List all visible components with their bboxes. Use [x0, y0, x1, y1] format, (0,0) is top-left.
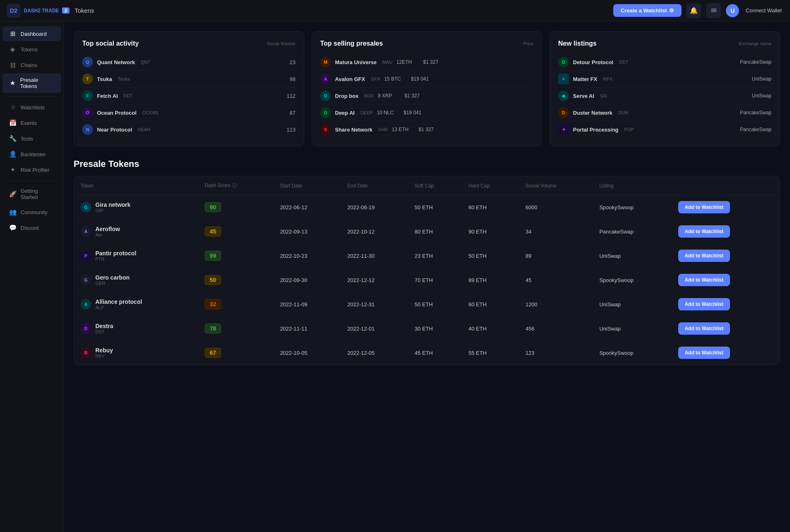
cell-action-6[interactable]: Add to Watchlist [672, 341, 780, 365]
score-badge-1: 45 [205, 227, 221, 236]
score-badge-0: 90 [205, 202, 221, 212]
sidebar-item-events[interactable]: 📅 Events [2, 116, 61, 130]
connect-wallet-button[interactable]: Connect Wallet [744, 7, 783, 14]
presale-icon: ★ [9, 79, 16, 87]
discord-icon: 💬 [9, 224, 16, 231]
qnt-name: Quant Network [97, 59, 135, 65]
sidebar-item-watchlists[interactable]: ☆ Watchlists [2, 100, 61, 115]
cell-hard-0: 60 ETH [462, 195, 519, 220]
pop-name: Portal Processing [573, 127, 619, 133]
sidebar-item-risk-profiler[interactable]: ✦ Risk Profiler [2, 162, 61, 177]
cell-social-2: 89 [519, 244, 593, 268]
cell-token-3: G Gero carbon GER [74, 268, 198, 292]
cell-token-4: A Alliance protocol ALP [74, 292, 198, 317]
row-name-1: Aeroflow [95, 226, 120, 232]
mau-logo: M [320, 57, 331, 67]
cell-social-5: 456 [519, 317, 593, 341]
gfx-ticker: GFX [371, 76, 380, 81]
cell-action-4[interactable]: Add to Watchlist [672, 292, 780, 317]
cell-action-3[interactable]: Add to Watchlist [672, 268, 780, 292]
sidebar: ⊞ Dashboard ◈ Tokens ⛓ Chains ★ Presale … [0, 21, 64, 532]
row-ticker-4: ALP [95, 305, 142, 310]
table-row-4: A Alliance protocol ALP 32 2022-11-09 20… [74, 292, 780, 317]
cell-social-6: 123 [519, 341, 593, 365]
tools-icon: 🔧 [9, 135, 16, 142]
mau-price: $1 327 [423, 59, 439, 65]
sidebar-item-tokens[interactable]: ◈ Tokens [2, 42, 61, 57]
sidebar-item-tools[interactable]: 🔧 Tools [2, 131, 61, 146]
cell-end-4: 2022-12-31 [341, 292, 408, 317]
sidebar-item-backtester[interactable]: 👤 Backtester [2, 147, 61, 162]
near-value: 113 [286, 127, 296, 133]
avatar[interactable]: U [726, 4, 739, 17]
cell-end-2: 2022-11-30 [341, 244, 408, 268]
presale-row-2: D Drop box BOX 8 XRP $1 327 [320, 88, 534, 104]
sidebar-item-dashboard[interactable]: ⊞ Dashboard [2, 26, 61, 41]
qnt-ticker: QNT [141, 60, 150, 65]
create-watchlist-button[interactable]: Create a Watchlist ⚙ [613, 4, 681, 17]
cell-end-5: 2022-12-01 [341, 317, 408, 341]
logo-wrap: D2 DASH2 TRADE β [7, 4, 69, 18]
row-logo-3: G [81, 275, 91, 285]
cell-start-3: 2022-09-30 [273, 268, 341, 292]
cell-start-0: 2022-06-12 [273, 195, 341, 220]
mail-button[interactable]: ✉ [706, 3, 721, 18]
add-watchlist-btn-5[interactable]: Add to Watchlist [678, 322, 730, 335]
col-end-date: End Date [341, 176, 408, 195]
presale-row-1: A Avalon GFX GFX 15 BTC $19 041 [320, 71, 534, 88]
near-ticker: NEAR [138, 127, 150, 132]
score-badge-6: 67 [205, 348, 221, 358]
notification-button[interactable]: 🔔 [686, 3, 701, 18]
cell-token-5: D Destra DST [74, 317, 198, 341]
mail-icon: ✉ [711, 7, 716, 14]
cell-token-6: R Rebuy RBY [74, 341, 198, 365]
det-name: Detour Protocol [573, 59, 613, 65]
presale-row-0: M Matura Universe MAU 12ETH $1 327 [320, 54, 534, 71]
cell-action-2[interactable]: Add to Watchlist [672, 244, 780, 268]
sidebar-item-chains[interactable]: ⛓ Chains [2, 58, 61, 72]
tsuka-logo: T [82, 74, 93, 84]
social-row-4: N Near Protocol NEAR 113 [82, 121, 296, 138]
cell-action-5[interactable]: Add to Watchlist [672, 317, 780, 341]
sidebar-item-community[interactable]: 👥 Community [2, 205, 61, 220]
row-name-4: Alliance protocol [95, 298, 142, 305]
table-row-3: G Gero carbon GER 50 2022-09-30 2022-12-… [74, 268, 780, 292]
col-dash-score: Dash Score ⓘ [198, 176, 273, 195]
ocean-logo: O [82, 107, 93, 118]
watchlists-icon: ☆ [9, 104, 16, 111]
tokens-icon: ◈ [9, 46, 16, 53]
row-name-6: Rebuy [95, 347, 113, 354]
sidebar-item-presale-tokens[interactable]: ★ Presale Tokens [2, 73, 61, 93]
layout: ⊞ Dashboard ◈ Tokens ⛓ Chains ★ Presale … [0, 21, 790, 532]
presale-row-3: D Deep AI DEEP 10 NLC $19 041 [320, 104, 534, 121]
cell-soft-6: 45 ETH [408, 341, 462, 365]
add-watchlist-btn-1[interactable]: Add to Watchlist [678, 225, 730, 238]
row-name-5: Destra [95, 323, 113, 329]
events-icon: 📅 [9, 119, 16, 127]
mau-eth: 12ETH [397, 59, 419, 65]
add-watchlist-btn-6[interactable]: Add to Watchlist [678, 347, 730, 359]
pop-ticker: POP [624, 127, 634, 132]
sidebar-item-discord[interactable]: 💬 Discord [2, 220, 61, 235]
presale-table: Token Dash Score ⓘ Start Date End Date S… [74, 176, 780, 365]
beta-badge: β [62, 7, 69, 14]
mau-ticker: MAU [382, 60, 392, 65]
cell-action-1[interactable]: Add to Watchlist [672, 220, 780, 244]
sidebar-label-presale: Presale Tokens [20, 77, 54, 89]
card-header-presales: Top selling presales Price [320, 40, 534, 47]
cell-listing-6: SpookySwoop [593, 341, 672, 365]
add-watchlist-btn-0[interactable]: Add to Watchlist [678, 201, 730, 213]
cell-soft-4: 50 ETH [408, 292, 462, 317]
add-watchlist-btn-4[interactable]: Add to Watchlist [678, 298, 730, 310]
add-watchlist-btn-3[interactable]: Add to Watchlist [678, 274, 730, 286]
create-watchlist-label: Create a Watchlist [621, 7, 667, 14]
page-title: Tokens [74, 7, 94, 14]
sidebar-item-getting-started[interactable]: 🚀 Getting Started [2, 184, 61, 204]
box-logo: D [320, 90, 331, 101]
gfx-logo: A [320, 74, 331, 84]
row-logo-0: G [81, 202, 91, 213]
cell-action-0[interactable]: Add to Watchlist [672, 195, 780, 220]
det-exchange: PancakeSwap [740, 59, 772, 65]
dun-ticker: DUN [618, 110, 628, 115]
add-watchlist-btn-2[interactable]: Add to Watchlist [678, 250, 730, 262]
